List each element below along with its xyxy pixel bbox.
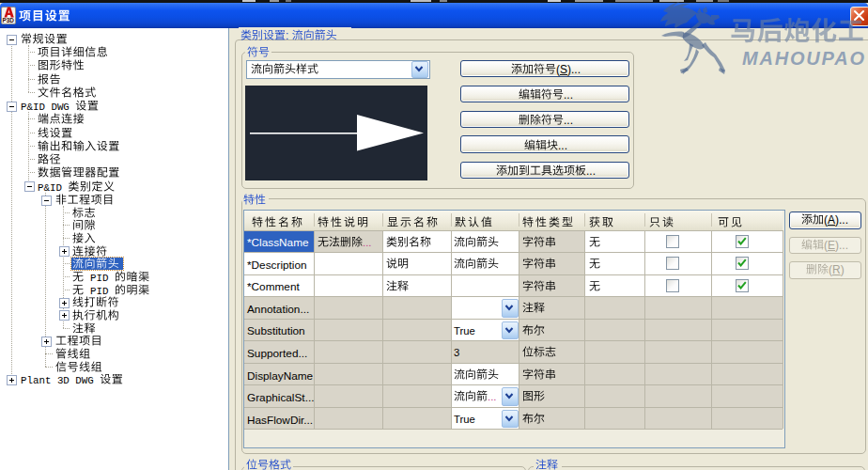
svg-text:(S)...: (S)... [556, 63, 581, 76]
svg-text:P&ID: P&ID [38, 181, 68, 193]
svg-text:DisplayName: DisplayName [247, 368, 314, 382]
svg-text:P&ID DWG: P&ID DWG [21, 102, 75, 113]
svg-text:PID: PID [85, 285, 115, 296]
svg-text:PID: PID [85, 273, 115, 284]
svg-text:...: ... [586, 164, 596, 178]
svg-text::: : [286, 29, 292, 42]
svg-text:MAHOUPAO: MAHOUPAO [742, 48, 866, 69]
svg-text:(E)...: (E)... [824, 239, 848, 252]
svg-text:...: ... [558, 138, 567, 151]
svg-text:P3D: P3D [2, 17, 14, 24]
svg-text:...: ... [363, 236, 371, 247]
svg-text:HasFlowDir...: HasFlowDir... [247, 413, 313, 426]
svg-text:*Comment: *Comment [247, 280, 300, 293]
svg-text:*Description: *Description [247, 258, 307, 271]
svg-text:...: ... [564, 114, 573, 127]
svg-text:(A)...: (A)... [824, 213, 848, 227]
svg-text:True: True [454, 413, 475, 424]
svg-text:True: True [454, 324, 475, 336]
svg-text:Annotation...: Annotation... [247, 303, 309, 316]
svg-text:Substitution: Substitution [247, 324, 305, 337]
svg-text:GraphicalSt...: GraphicalSt... [247, 391, 314, 404]
svg-text:Plant 3D DWG: Plant 3D DWG [21, 375, 100, 386]
svg-text:...: ... [564, 88, 573, 102]
svg-text:*ClassName: *ClassName [247, 236, 309, 249]
svg-text:(R): (R) [829, 263, 845, 276]
svg-text:Supported...: Supported... [247, 347, 307, 360]
svg-text:...: ... [488, 391, 496, 402]
svg-text:3: 3 [454, 347, 459, 358]
